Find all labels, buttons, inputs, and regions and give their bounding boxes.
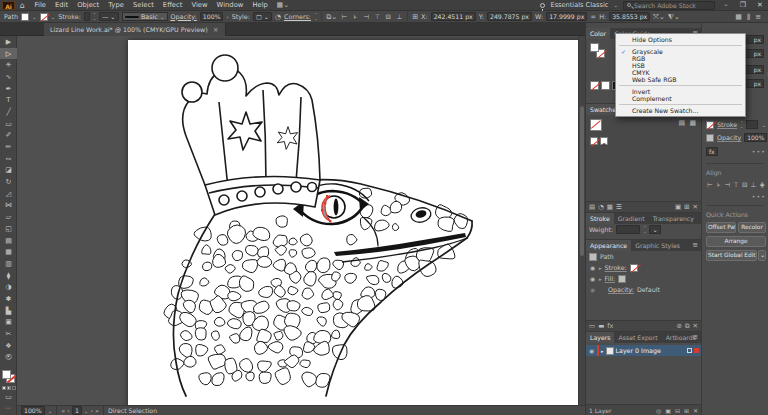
flyout-grayscale[interactable]: Grayscale xyxy=(616,48,745,55)
stroke-row-swatch[interactable] xyxy=(630,264,638,272)
swatch-registration[interactable]: ✕ xyxy=(600,137,608,145)
style-dropdown[interactable]: ▢ ⌄ xyxy=(253,12,272,21)
vertical-scrollbar[interactable] xyxy=(578,36,585,405)
new-layer-icon[interactable]: ⊞ xyxy=(684,407,689,414)
search-input[interactable] xyxy=(634,2,711,9)
tool-pen[interactable]: ✒ xyxy=(0,83,17,95)
canvas[interactable] xyxy=(17,36,585,405)
tool-rotate[interactable]: ↻ xyxy=(0,176,17,188)
zoom-level-field[interactable]: 100% xyxy=(21,406,45,415)
fill-row-swatch[interactable] xyxy=(618,275,626,283)
tool-hand[interactable]: ❖ xyxy=(0,340,17,352)
layers-panel-menu-icon[interactable]: ≡ xyxy=(692,332,698,343)
visibility-eye-icon[interactable]: ◉ xyxy=(589,286,596,293)
swatch-options-icon[interactable]: ☰ xyxy=(616,203,622,211)
tool-width[interactable]: ⋈ xyxy=(0,200,17,212)
tool-artboard[interactable]: ▣ xyxy=(0,317,17,329)
corners-label[interactable]: Corners: xyxy=(284,13,311,21)
new-color-group-icon[interactable]: ▣ xyxy=(675,203,681,211)
color-fill-proxy[interactable] xyxy=(590,43,599,52)
new-swatch-icon[interactable]: ⊞ xyxy=(684,203,689,211)
delete-swatch-icon[interactable]: ✕ xyxy=(693,203,698,211)
artboard-caret-icon[interactable]: ⌄ xyxy=(84,408,89,414)
tool-column-graph[interactable]: ▙ xyxy=(0,305,17,317)
recolor-button[interactable]: Recolor xyxy=(738,222,766,233)
expand-icon[interactable]: ▸ xyxy=(599,265,602,271)
layer-row[interactable]: ◉ ▸ Layer 0 Image xyxy=(586,345,701,356)
tab-gradient[interactable]: Gradient xyxy=(614,213,649,224)
workspace-switcher[interactable]: Essentials Classic xyxy=(550,1,608,9)
tab-close-icon[interactable]: × xyxy=(213,26,219,34)
start-global-edit-button[interactable]: Start Global Edit xyxy=(706,250,757,261)
props-stroke-stepper[interactable]: ⌃⌄ xyxy=(740,121,743,128)
stroke-weight-stepper[interactable]: ⌃⌄ xyxy=(93,13,96,20)
fill-caret-icon[interactable]: ⌄ xyxy=(32,14,37,20)
stroke-swatch[interactable] xyxy=(40,13,48,21)
tab-stroke[interactable]: Stroke xyxy=(586,213,614,224)
appearance-fill-row[interactable]: ◉ ▸ Fill: xyxy=(586,273,701,284)
grid-view-icon[interactable]: ▦ xyxy=(689,119,696,127)
duplicate-item-icon[interactable]: ⧉ xyxy=(685,322,690,330)
tool-lasso[interactable]: ∿ xyxy=(0,71,17,83)
weight-field[interactable] xyxy=(616,225,640,234)
swatch-kinds-icon[interactable]: ▦ xyxy=(607,203,613,211)
corners-stepper[interactable]: ⌃⌄ xyxy=(314,13,317,20)
global-edit-caret-icon[interactable]: ⌄ xyxy=(758,250,766,261)
align-left-icon[interactable]: ⊢ xyxy=(706,181,714,189)
list-view-icon[interactable]: ▤ xyxy=(678,119,685,127)
fill-row-label[interactable]: Fill: xyxy=(605,275,616,282)
scroll-thumb[interactable] xyxy=(580,106,584,256)
align-top-icon[interactable]: ⊤ xyxy=(373,13,381,21)
swatch-none-small[interactable] xyxy=(590,137,598,145)
artboard[interactable] xyxy=(128,40,583,405)
tab-color[interactable]: Color xyxy=(586,28,610,39)
tool-gradient[interactable]: ▥ xyxy=(0,258,17,270)
fill-proxy-swatch[interactable] xyxy=(2,370,11,379)
offset-path-button[interactable]: Offset Path xyxy=(706,222,736,233)
draw-mode-icon[interactable]: ▭ xyxy=(5,393,12,401)
tab-appearance[interactable]: Appearance xyxy=(586,240,631,251)
align-bottom-icon[interactable]: ⊥ xyxy=(750,181,758,189)
clear-appearance-icon[interactable]: ⊘ xyxy=(676,322,681,330)
props-stroke-label[interactable]: Stroke xyxy=(717,121,737,128)
distribute-icon[interactable]: ⋕ xyxy=(758,181,766,189)
flyout-complement[interactable]: Complement xyxy=(616,95,745,102)
last-artboard-icon[interactable]: » xyxy=(95,407,99,415)
flyout-web-safe-rgb[interactable]: Web Safe RGB xyxy=(616,76,745,83)
new-sublayer-icon[interactable]: ⊟ xyxy=(675,407,680,414)
tool-free-transform[interactable]: ▱ xyxy=(0,211,17,223)
align-right-icon[interactable]: ⊣ xyxy=(362,13,370,21)
align-top-icon[interactable]: ⊤ xyxy=(732,181,740,189)
menu-help[interactable]: Help xyxy=(248,0,273,11)
w-field[interactable]: 17.9999 px xyxy=(546,12,587,21)
opacity-row-label[interactable]: Opacity: xyxy=(608,286,634,293)
flyout-hsb[interactable]: HSB xyxy=(616,62,745,69)
stroke-caret-icon[interactable]: ⌄ xyxy=(51,14,56,20)
tab-asset-export[interactable]: Asset Export xyxy=(614,332,661,343)
tool-shape-builder[interactable]: ◱ xyxy=(0,223,17,235)
app-logo-icon[interactable]: Ai xyxy=(2,1,15,10)
arrange-documents-icon[interactable]: ▦ ⌄ xyxy=(276,1,288,9)
flyout-rgb[interactable]: RGB xyxy=(616,55,745,62)
menu-file[interactable]: File xyxy=(30,0,50,11)
weight-stepper[interactable]: ⌃⌄ xyxy=(643,226,646,233)
menu-effect[interactable]: Effect xyxy=(158,0,187,11)
home-icon[interactable]: ⌂ xyxy=(20,1,25,10)
restore-button[interactable]: ❐ xyxy=(737,1,749,9)
opacity-field[interactable]: 100% xyxy=(200,12,224,21)
appearance-stroke-row[interactable]: ◉ ▸ Stroke: xyxy=(586,262,701,273)
weight-dropdown[interactable]: ⌄ xyxy=(649,225,660,234)
fill-stroke-proxy[interactable] xyxy=(2,370,15,383)
align-right-icon[interactable]: ⊣ xyxy=(723,181,731,189)
layer-name[interactable]: Layer 0 Image xyxy=(616,347,685,354)
add-new-stroke-icon[interactable]: ▭ xyxy=(589,322,595,330)
delete-layer-icon[interactable]: ✕ xyxy=(693,407,698,414)
props-stroke-row[interactable]: Stroke ⌃⌄ ⌄ xyxy=(706,120,766,129)
first-artboard-icon[interactable]: « xyxy=(61,407,65,415)
panel-menu-icon[interactable]: ≡ xyxy=(755,13,761,21)
add-new-fill-icon[interactable]: ▬ xyxy=(598,322,604,330)
align-middle-icon[interactable]: ⊟ xyxy=(384,13,392,21)
tab-graphic-styles[interactable]: Graphic Styles xyxy=(631,240,684,251)
props-fx-button[interactable]: fx xyxy=(706,147,718,156)
arrange-button[interactable]: Arrange xyxy=(706,236,766,247)
